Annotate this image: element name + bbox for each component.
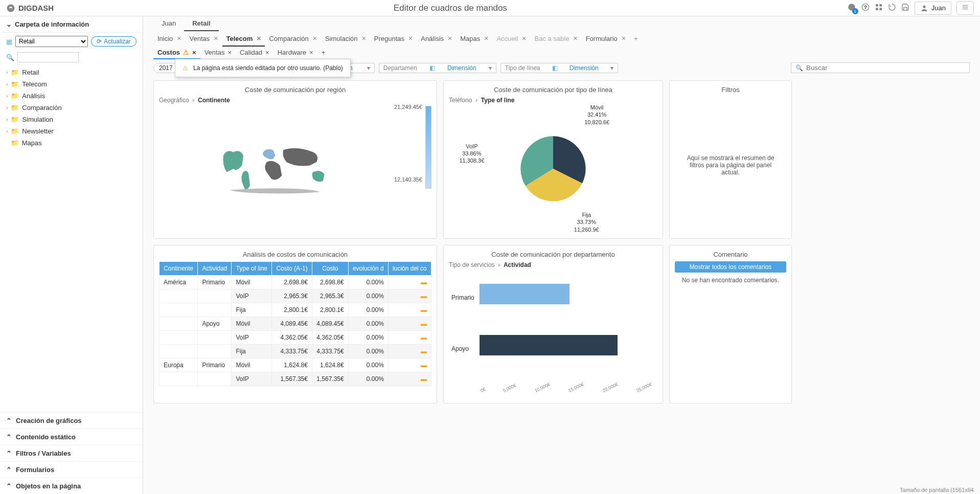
- menu-button[interactable]: [956, 1, 974, 15]
- map-bc-b[interactable]: Continente: [198, 97, 230, 104]
- close-icon[interactable]: ×: [214, 34, 218, 42]
- table-row[interactable]: EuropaPrimarioMóvil1,624.8€1,624.8€0.00%…: [159, 358, 431, 372]
- table-row[interactable]: VoIP2,965.3€2,965.3€0.00%▬: [159, 289, 431, 303]
- close-icon[interactable]: ×: [362, 34, 366, 42]
- close-icon[interactable]: ×: [408, 34, 413, 42]
- dashboard-tab-ventas[interactable]: Ventas×: [186, 31, 222, 47]
- folder-item-mapas[interactable]: 📁Mapas: [0, 137, 143, 149]
- folder-item-análisis[interactable]: ›📁Análisis: [0, 90, 143, 102]
- table-row[interactable]: VoIP1,567.35€1,567.35€0.00%▬: [159, 372, 431, 386]
- history-icon[interactable]: [888, 3, 896, 13]
- close-icon[interactable]: ×: [309, 49, 313, 56]
- dashboard-tab-telecom[interactable]: Telecom×: [222, 31, 265, 47]
- table-header[interactable]: Type of line: [232, 262, 272, 276]
- map-bc-a[interactable]: Geográfico: [159, 97, 189, 104]
- dashboard-tab-comparación[interactable]: Comparación×: [265, 31, 321, 47]
- role-select[interactable]: Retail: [15, 36, 88, 47]
- dashboard-tab-análisis[interactable]: Análisis×: [417, 31, 456, 47]
- pie-body[interactable]: Móvil32.41%10,820.6€Fija33.73%11,260.9€V…: [449, 104, 657, 233]
- close-icon[interactable]: ×: [257, 34, 261, 42]
- dashboard-tab-formulario[interactable]: Formulario×: [582, 31, 630, 47]
- bar-bc-a[interactable]: Tipo de servicios: [449, 261, 495, 268]
- folder-label: Retail: [22, 69, 39, 76]
- close-icon[interactable]: ×: [227, 49, 232, 56]
- edit-warning-tooltip: ⚠ La página está siendo editada por otro…: [175, 59, 351, 77]
- dashboard-tab-bac-a-sable[interactable]: Bac a sable×: [531, 31, 582, 47]
- dashboard-tab-inicio[interactable]: Inicio×: [153, 31, 186, 47]
- sidebar-section-creaci-n-de-gr-ficos[interactable]: ⌃Creación de gráficos: [0, 412, 143, 429]
- global-search-input[interactable]: [806, 64, 965, 72]
- page-tab-ventas[interactable]: Ventas×: [200, 47, 236, 59]
- bar-breadcrumb: Tipo de servicios › Actividad: [449, 261, 657, 268]
- bar-rect[interactable]: [480, 335, 618, 355]
- dashboard-tab-preguntas[interactable]: Preguntas×: [370, 31, 417, 47]
- show-comments-button[interactable]: Mostrar todos los comentarios: [675, 261, 786, 273]
- sidebar-section-formularios[interactable]: ⌃Formularios: [0, 461, 143, 478]
- pie-bc-b[interactable]: Type of line: [481, 97, 515, 104]
- grid-icon[interactable]: [875, 3, 883, 13]
- dashboard-tab-simulación[interactable]: Simulación×: [321, 31, 370, 47]
- folder-item-comparación[interactable]: ›📁Comparación: [0, 102, 143, 114]
- table-header[interactable]: Continente: [159, 262, 198, 276]
- folder-icon: 📁: [11, 116, 19, 123]
- page-tab-hardware[interactable]: Hardware×: [274, 47, 317, 59]
- dashboard-tab-mapas[interactable]: Mapas×: [456, 31, 492, 47]
- help-icon[interactable]: ?: [861, 3, 870, 13]
- sidebar-search-input[interactable]: [17, 52, 79, 62]
- close-icon[interactable]: ×: [484, 34, 488, 42]
- table-cell: 4,333.75€: [312, 345, 348, 358]
- table-row[interactable]: ApoyoMóvil4,089.45€4,089.45€0.00%▬: [159, 317, 431, 331]
- table-header[interactable]: Costo (A-1): [272, 262, 312, 276]
- sidebar-section-contenido-est-tico[interactable]: ⌃Contenido estático: [0, 429, 143, 445]
- add-dashboard-tab[interactable]: +: [630, 31, 642, 47]
- pie-bc-a[interactable]: Teléfono: [449, 97, 472, 104]
- world-map[interactable]: [159, 104, 394, 233]
- trend-cell: ▬: [388, 331, 431, 345]
- table-header[interactable]: Actividad: [198, 262, 232, 276]
- sidebar-section-objetos-en-la-p-gina[interactable]: ⌃Objetos en la página: [0, 478, 143, 494]
- dashboard-tab-accueil[interactable]: Accueil×: [492, 31, 530, 47]
- dimension-select-departamen[interactable]: Departamen◧Dimensión▾: [379, 63, 496, 73]
- close-icon[interactable]: ×: [265, 49, 269, 56]
- table-row[interactable]: AméricaPrimarioMóvil2,698.8€2,698.8€0.00…: [159, 276, 431, 289]
- table-wrap[interactable]: ContinenteActividadType of lineCosto (A-…: [159, 261, 431, 398]
- comment-panel: Comentario Mostrar todos los comentarios…: [669, 245, 792, 403]
- close-icon[interactable]: ×: [192, 49, 196, 56]
- sidebar-section-filtros-variables[interactable]: ⌃Filtros / Variables: [0, 445, 143, 461]
- table-header[interactable]: lución del co: [388, 262, 431, 276]
- folder-item-simulation[interactable]: ›📁Simulation: [0, 114, 143, 125]
- table-header[interactable]: evolución d: [348, 262, 388, 276]
- role-tab-juan[interactable]: Juan: [153, 16, 184, 31]
- table-row[interactable]: VoIP4,362.05€4,362.05€0.00%▬: [159, 331, 431, 345]
- warning-text: La página está siendo editada por otro u…: [193, 64, 343, 72]
- table-row[interactable]: Fija4,333.75€4,333.75€0.00%▬: [159, 345, 431, 358]
- close-icon[interactable]: ×: [177, 34, 181, 42]
- axis-tick: 15,000€: [567, 381, 585, 393]
- bar-rect[interactable]: [480, 284, 569, 304]
- notifications-icon[interactable]: 1: [847, 3, 856, 13]
- table-row[interactable]: Fija2,800.1€2,800.1€0.00%▬: [159, 303, 431, 317]
- search-box[interactable]: 🔍: [791, 62, 970, 73]
- dimension-select-tipo-de-l-nea[interactable]: Tipo de línea◧Dimensión▾: [500, 63, 618, 73]
- page-tab-costos[interactable]: Costos⚠×: [153, 47, 200, 59]
- folder-label: Newsletter: [22, 127, 53, 135]
- close-icon[interactable]: ×: [522, 34, 526, 42]
- folder-item-telecom[interactable]: ›📁Telecom: [0, 78, 143, 90]
- close-icon[interactable]: ×: [573, 34, 577, 42]
- close-icon[interactable]: ×: [313, 34, 317, 42]
- refresh-button[interactable]: ⟳ Actualizar: [91, 36, 136, 47]
- info-folder-header[interactable]: ⌄ Carpeta de información: [6, 20, 136, 28]
- role-tab-retail[interactable]: Retail: [184, 16, 218, 31]
- table-header[interactable]: Costo: [312, 262, 348, 276]
- bar-bc-b[interactable]: Actividad: [504, 261, 531, 268]
- sidebar-info-section: ⌄ Carpeta de información: [0, 16, 143, 33]
- bar-body[interactable]: PrimarioApoyo0€5,000€10,000€15,000€20,00…: [449, 268, 657, 398]
- save-icon[interactable]: [901, 3, 909, 13]
- add-page-tab[interactable]: +: [317, 47, 330, 59]
- folder-item-newsletter[interactable]: ›📁Newsletter: [0, 125, 143, 137]
- close-icon[interactable]: ×: [448, 34, 452, 42]
- user-menu[interactable]: Juan: [915, 2, 951, 15]
- close-icon[interactable]: ×: [622, 34, 626, 42]
- folder-item-retail[interactable]: ›📁Retail: [0, 66, 143, 78]
- page-tab-calidad[interactable]: Calidad×: [236, 47, 274, 59]
